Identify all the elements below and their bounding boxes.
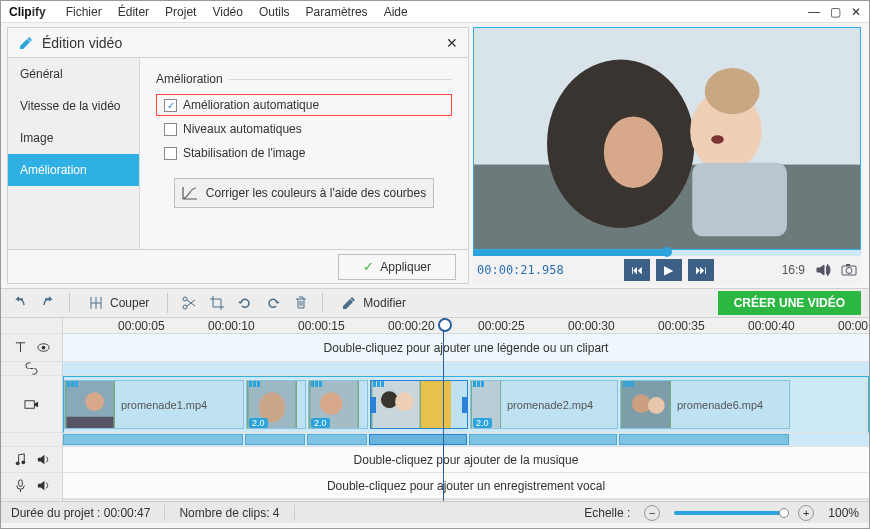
delete-button[interactable] (290, 292, 312, 314)
panel-close-icon[interactable]: ✕ (446, 35, 458, 51)
video-icon (24, 397, 39, 412)
track-head-voice[interactable] (1, 473, 62, 499)
app-logo: Clipify (9, 5, 46, 19)
music-track[interactable]: Double-cliquez pour ajouter de la musiqu… (63, 447, 869, 473)
checkbox-icon (164, 147, 177, 160)
svg-rect-6 (692, 163, 787, 237)
menu-file[interactable]: Fichier (58, 5, 110, 19)
svg-point-11 (183, 305, 187, 309)
crop-button[interactable] (206, 292, 228, 314)
speaker-icon[interactable] (36, 478, 51, 493)
scissors-button[interactable] (178, 292, 200, 314)
svg-point-7 (711, 135, 724, 143)
menu-edit[interactable]: Éditer (110, 5, 157, 19)
svg-point-17 (21, 460, 25, 464)
checkbox-auto-levels[interactable]: Niveaux automatiques (156, 118, 452, 140)
voice-track[interactable]: Double-cliquez pour ajouter un enregistr… (63, 473, 869, 499)
eye-icon[interactable] (36, 340, 51, 355)
panel-tabs: Général Vitesse de la vidéo Image Amélio… (8, 58, 140, 249)
playhead[interactable] (443, 318, 444, 501)
checkbox-auto-enhance[interactable]: ✓ Amélioration automatique (156, 94, 452, 116)
progress-bar[interactable] (473, 250, 861, 256)
undo-button[interactable] (9, 292, 31, 314)
rotate-right-button[interactable] (262, 292, 284, 314)
menu-project[interactable]: Projet (157, 5, 204, 19)
track-head-video[interactable] (1, 376, 62, 433)
progress-handle[interactable] (662, 247, 672, 257)
video-preview[interactable] (473, 27, 861, 250)
timeline: 00:00:0500:00:1000:00:1500:00:2000:00:25… (1, 318, 869, 501)
statusbar: Durée du projet : 00:00:47 Nombre de cli… (1, 501, 869, 523)
timeline-toolbar: Couper Modifier CRÉER UNE VIDÉO (1, 288, 869, 318)
panel-titlebar: Édition vidéo ✕ (8, 28, 468, 58)
caption-track[interactable]: Double-cliquez pour ajouter une légende … (63, 334, 869, 362)
music-icon (13, 452, 28, 467)
text-icon (13, 340, 28, 355)
close-icon[interactable]: ✕ (851, 5, 861, 19)
horizontal-scrollbar[interactable] (63, 499, 869, 501)
zoom-slider[interactable] (674, 511, 784, 515)
panel-title: Édition vidéo (42, 35, 122, 51)
menu-settings[interactable]: Paramètres (298, 5, 376, 19)
minimize-icon[interactable]: — (808, 5, 820, 19)
timeline-body[interactable]: 00:00:0500:00:1000:00:1500:00:2000:00:25… (63, 318, 869, 501)
checkbox-label: Amélioration automatique (183, 98, 319, 112)
fieldset-label: Amélioration (156, 72, 452, 86)
menubar: Clipify Fichier Éditer Projet Vidéo Outi… (1, 1, 869, 23)
checkbox-checked-icon: ✓ (164, 99, 177, 112)
tab-general[interactable]: Général (8, 58, 139, 90)
checkbox-label: Niveaux automatiques (183, 122, 302, 136)
link-track (63, 362, 869, 376)
prev-button[interactable]: ⏮ (624, 259, 650, 281)
track-head-music[interactable] (1, 447, 62, 473)
zoom-out-button[interactable]: − (644, 505, 660, 521)
menu-help[interactable]: Aide (376, 5, 416, 19)
clip-3[interactable]: 2.0 (308, 380, 368, 429)
play-button[interactable]: ▶ (656, 259, 682, 281)
next-button[interactable]: ⏭ (688, 259, 714, 281)
duration-label: Durée du projet : 00:00:47 (11, 506, 150, 520)
apply-label: Appliquer (380, 260, 431, 274)
clip-6[interactable]: promenade6.mp4 (620, 380, 790, 429)
clip-count: Nombre de clips: 4 (179, 506, 279, 520)
apply-button[interactable]: ✓ Appliquer (338, 254, 456, 280)
camera-icon[interactable] (841, 262, 857, 278)
svg-rect-18 (18, 480, 22, 487)
volume-icon[interactable] (815, 262, 831, 278)
time-ruler[interactable]: 00:00:0500:00:1000:00:1500:00:2000:00:25… (63, 318, 869, 334)
checkbox-stabilize[interactable]: Stabilisation de l'image (156, 142, 452, 164)
menu-video[interactable]: Vidéo (204, 5, 250, 19)
tab-speed[interactable]: Vitesse de la vidéo (8, 90, 139, 122)
cut-button[interactable]: Couper (80, 291, 157, 315)
svg-point-31 (632, 394, 651, 413)
curves-button[interactable]: Corriger les couleurs à l'aide des courb… (174, 178, 434, 208)
preview-pane: 00:00:21.958 ⏮ ▶ ⏭ 16:9 (473, 27, 861, 284)
track-head-link[interactable] (1, 362, 62, 376)
tab-image[interactable]: Image (8, 122, 139, 154)
redo-button[interactable] (37, 292, 59, 314)
clip-4-selected[interactable] (370, 380, 468, 429)
edit-panel: Édition vidéo ✕ Général Vitesse de la vi… (7, 27, 469, 284)
svg-rect-10 (846, 264, 850, 266)
clip-5[interactable]: promenade2.mp42.0 (470, 380, 618, 429)
maximize-icon[interactable]: ▢ (830, 5, 841, 19)
checkbox-icon (164, 123, 177, 136)
svg-point-3 (604, 116, 663, 188)
clip-2[interactable]: 2.0 (246, 380, 306, 429)
panel-content: Amélioration ✓ Amélioration automatique … (140, 58, 468, 249)
speaker-icon[interactable] (36, 452, 51, 467)
rotate-left-button[interactable] (234, 292, 256, 314)
zoom-in-button[interactable]: + (798, 505, 814, 521)
preview-frame (474, 28, 860, 249)
link-icon (24, 361, 39, 376)
tab-enhance[interactable]: Amélioration (8, 154, 139, 186)
modify-label: Modifier (363, 296, 406, 310)
svg-rect-15 (25, 400, 34, 408)
create-video-button[interactable]: CRÉER UNE VIDÉO (718, 291, 861, 315)
video-track[interactable]: promenade1.mp4 2.0 2.0 promenade2.mp42.0… (63, 376, 869, 433)
modify-button[interactable]: Modifier (333, 291, 414, 315)
clip-1[interactable]: promenade1.mp4 (64, 380, 244, 429)
menu-tools[interactable]: Outils (251, 5, 298, 19)
edit-icon (18, 35, 34, 51)
track-head-text[interactable] (1, 334, 62, 362)
